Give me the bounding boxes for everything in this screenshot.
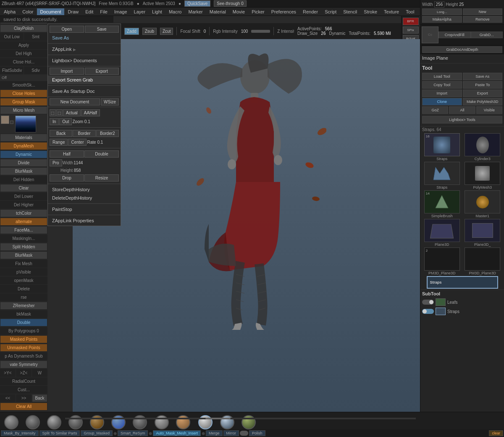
y-btn[interactable]: >Y< xyxy=(0,369,16,377)
strap-item-10[interactable]: PM3D_Plane3D xyxy=(463,247,503,275)
menu-movie[interactable]: Movie xyxy=(230,8,248,15)
new-btn[interactable]: New xyxy=(463,8,503,15)
menu-script[interactable]: Script xyxy=(322,8,339,15)
range-btn[interactable]: Range xyxy=(50,139,68,146)
strap-item-9[interactable]: 2 PM3D_Plane3D xyxy=(422,247,462,275)
save-as-startup-item[interactable]: Save As Startup Doc xyxy=(48,87,121,95)
back-btn[interactable]: Back xyxy=(32,394,47,402)
by-polygroups-btn[interactable]: By Polygroups 0 xyxy=(0,327,47,335)
long-btn[interactable]: Long... xyxy=(422,8,462,15)
fix-mesh-btn[interactable]: Fix Mesh xyxy=(0,260,47,268)
menu-preferences[interactable]: Preferences xyxy=(268,8,299,15)
w-btn[interactable]: W xyxy=(32,369,47,377)
rgb-intensity-slider[interactable] xyxy=(251,30,270,33)
export-tool-btn[interactable]: Export xyxy=(463,90,503,97)
blur-mask-top-btn[interactable]: BlurMask xyxy=(0,167,47,175)
smart-resym-btn[interactable]: Smart_ReSym xyxy=(118,430,148,436)
open-btn[interactable]: Open xyxy=(50,26,84,33)
unmasked-points-btn[interactable]: Unmasked Points xyxy=(0,344,47,352)
alternate-btn[interactable]: alternate xyxy=(0,218,47,226)
gradient-swatch[interactable] xyxy=(15,116,36,132)
menu-edit[interactable]: Edit xyxy=(82,8,96,15)
close-holes-btn[interactable]: Close Holes xyxy=(0,90,47,97)
new-document-btn[interactable]: New Document xyxy=(50,98,100,105)
export-btn[interactable]: Export xyxy=(85,68,119,75)
flat-subdiv-btn[interactable]: FlatSubdiv xyxy=(0,66,24,74)
menu-macro[interactable]: Macro xyxy=(166,8,185,15)
all-btn[interactable]: All xyxy=(449,106,475,114)
bpr-btn[interactable]: BPR xyxy=(403,18,419,25)
zadd-btn[interactable]: Zadd xyxy=(124,28,139,35)
menu-stencil[interactable]: Stencil xyxy=(340,8,360,15)
blur-mask-btn[interactable]: BlurMask xyxy=(0,251,47,259)
menu-draw[interactable]: Draw xyxy=(65,8,82,15)
close-holes-top-btn[interactable]: Close Hol... xyxy=(0,58,47,66)
delete-depth-item[interactable]: DeleteDepthHistory xyxy=(48,194,121,202)
menu-tool[interactable]: Tool xyxy=(403,8,417,15)
menu-alpha[interactable]: Alpha xyxy=(1,8,18,15)
polish-btn[interactable]: Polish xyxy=(249,430,265,436)
delete-btn[interactable]: Delete xyxy=(0,285,47,293)
strap-item-selected[interactable]: Straps xyxy=(422,276,502,289)
pro-btn[interactable]: Pro xyxy=(50,159,62,166)
menu-render[interactable]: Render xyxy=(300,8,321,15)
radial-count-btn[interactable]: RadialCount xyxy=(0,377,47,385)
center-btn[interactable]: Center xyxy=(68,139,87,146)
bkmask-btn[interactable]: bkMask xyxy=(0,310,47,318)
grab-doc-depth-btn[interactable]: GrabDocAndDepth xyxy=(422,46,502,53)
menu-picker[interactable]: Picker xyxy=(249,8,268,15)
quicksave-btn[interactable]: QuickSave xyxy=(184,0,210,7)
double-btn-dd[interactable]: Double xyxy=(84,150,119,158)
copy-tool-btn[interactable]: Copy Tool xyxy=(422,81,462,89)
drop-btn[interactable]: Drop xyxy=(50,174,84,182)
menu-image[interactable]: Image xyxy=(111,8,130,15)
del-high-btn[interactable]: Del High xyxy=(0,50,47,58)
auto-mask-mesh-btn[interactable]: Auto_Mask_Mesh_Insert xyxy=(153,430,201,436)
mirror-btn[interactable]: Mirror xyxy=(223,430,239,436)
straps-toggle[interactable] xyxy=(422,309,434,314)
store-depth-item[interactable]: StoreDepthHistory xyxy=(48,185,121,194)
group-masked-btn[interactable]: Group_Masked xyxy=(81,430,113,436)
export-screen-grab-item[interactable]: Export Screen Grab xyxy=(48,76,121,84)
activate-symmetry-btn[interactable]: vate Symmetry xyxy=(0,361,47,369)
strap-item-5[interactable]: 14 SimpleBrush xyxy=(422,190,462,218)
import-tool-btn[interactable]: Import xyxy=(422,90,462,97)
lightbox-documents-item[interactable]: Lightbox> Documents xyxy=(48,56,121,65)
border2-btn[interactable]: Border2 xyxy=(96,130,119,137)
texture-thumb[interactable]: Cc xyxy=(422,26,438,43)
clay-polish-btn[interactable]: ClayPolish xyxy=(0,24,47,32)
import-btn[interactable]: Import xyxy=(50,68,84,75)
menu-file[interactable]: File xyxy=(97,8,110,15)
resize-btn[interactable]: Resize xyxy=(84,174,119,182)
remove-btn[interactable]: Remove xyxy=(463,16,503,23)
zsub-btn[interactable]: Zsub xyxy=(142,28,157,35)
masked-points-btn[interactable]: Masked Points xyxy=(0,335,47,343)
leafs-subtool[interactable]: Leafs xyxy=(422,297,502,307)
aahalf-btn[interactable]: AAHalf xyxy=(81,109,100,116)
scroll-btn[interactable]: ⬚ xyxy=(50,109,56,116)
smt-btn[interactable]: Smt xyxy=(24,33,47,41)
straps-grid[interactable]: 16 Straps Cylinder3 Straps xyxy=(422,133,502,289)
custom-btn[interactable]: Cust... xyxy=(0,386,47,394)
sdiv-btn[interactable]: Sdiv xyxy=(24,66,47,74)
menu-texture[interactable]: Texture xyxy=(381,8,402,15)
make-alpha-btn[interactable]: MakeAlpha xyxy=(422,16,462,23)
see-through-btn[interactable]: See-through 0 xyxy=(214,0,246,7)
prev-btn[interactable]: << xyxy=(0,394,16,402)
out-btn[interactable]: Out xyxy=(59,118,72,125)
color-swatch-2[interactable] xyxy=(10,121,13,124)
mirror-toggle[interactable] xyxy=(240,431,248,436)
merge-btn[interactable]: Merge xyxy=(206,430,223,436)
leafs-toggle[interactable] xyxy=(422,300,434,305)
menu-layer[interactable]: Layer xyxy=(131,8,149,15)
clear-bottom-btn[interactable]: clear xyxy=(489,430,503,436)
menu-light[interactable]: Light xyxy=(149,8,165,15)
pse-btn[interactable]: rse xyxy=(0,293,47,301)
menu-stroke[interactable]: Stroke xyxy=(361,8,380,15)
double-btn[interactable]: Double xyxy=(0,319,47,326)
menu-document[interactable]: Document xyxy=(37,8,64,15)
lightbox-tools-btn[interactable]: Lightbox> Tools xyxy=(422,116,502,124)
del-higher-btn[interactable]: Del Higher xyxy=(0,201,47,209)
crop-fill-btn[interactable]: CropAndFill xyxy=(438,32,471,38)
zapplink-props-item[interactable]: ZAppLink Properties xyxy=(48,216,121,225)
